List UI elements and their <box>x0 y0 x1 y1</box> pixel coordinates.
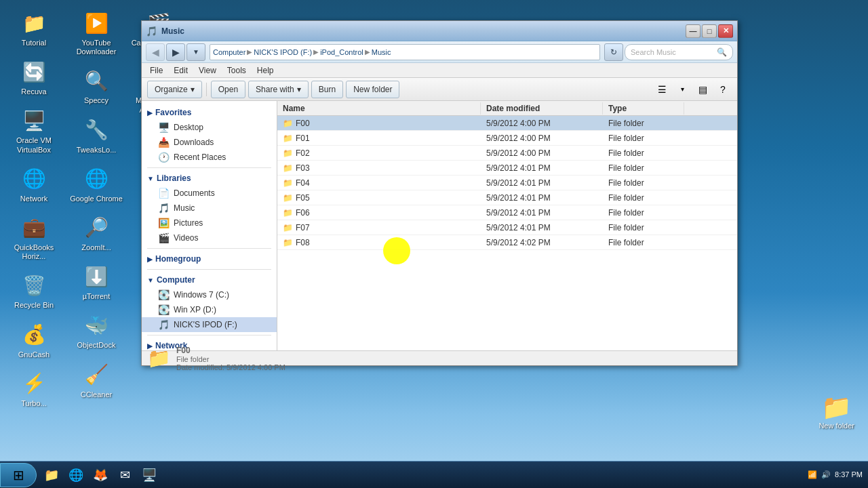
file-folder-icon-1: 📁 <box>283 134 293 143</box>
close-button[interactable]: ✕ <box>718 24 733 38</box>
desktop-icon-objectdock[interactable]: 🐳 ObjectDock <box>66 309 127 352</box>
view-dropdown-button[interactable]: ▾ <box>673 81 691 98</box>
header-name[interactable]: Name <box>277 102 481 115</box>
sidebar-pictures-label: Pictures <box>174 218 203 228</box>
desktop-icon-gnucash[interactable]: 💰 GnuCash <box>3 319 64 362</box>
start-button[interactable]: ⊞ <box>0 463 37 487</box>
menu-edit[interactable]: Edit <box>168 64 193 77</box>
favorites-header[interactable]: ▶ Favorites <box>142 105 277 120</box>
sidebar-item-desktop[interactable]: 🖥️ Desktop <box>142 120 277 135</box>
crumb-ipod[interactable]: NICK'S IPOD (F:) <box>254 48 312 56</box>
sidebar-item-music[interactable]: 🎵 Music <box>142 201 277 216</box>
computer-label: Computer <box>157 275 195 285</box>
sidebar-item-pictures[interactable]: 🖼️ Pictures <box>142 216 277 230</box>
desktop-icon-network[interactable]: 🌐 Network <box>3 163 64 206</box>
file-row-8[interactable]: 📁F08 5/9/2012 4:02 PM File folder <box>277 235 737 250</box>
computer-header[interactable]: ▼ Computer <box>142 272 277 287</box>
taskbar-explorer[interactable]: 📁 <box>39 463 64 487</box>
forward-button[interactable]: ▶ <box>166 43 185 61</box>
new-folder-button[interactable]: New folder <box>346 81 399 98</box>
desktop-icon-chrome[interactable]: 🌐 Google Chrome <box>66 163 127 206</box>
sidebar-item-win7[interactable]: 💽 Windows 7 (C:) <box>142 287 277 302</box>
sidebar-item-ipod[interactable]: 🎵 NICK'S IPOD (F:) <box>142 317 277 332</box>
icon-img-zoomit: 🔎 <box>83 214 110 241</box>
icon-label-quickbooks: QuickBooks Horiz... <box>6 243 62 261</box>
explorer-window: 🎵 Music — □ ✕ ◀ ▶ ▼ Computer ▶ NICK'S IP… <box>141 20 738 366</box>
sidebar-item-recent[interactable]: 🕐 Recent Places <box>142 150 277 165</box>
documents-icon: 📄 <box>158 188 170 199</box>
search-box[interactable]: Search Music 🔍 <box>625 44 733 60</box>
sidebar-recent-label: Recent Places <box>174 152 226 162</box>
icon-label-tweaks: TweaksLo... <box>77 146 117 155</box>
file-name-0: 📁F00 <box>277 117 481 129</box>
organize-button[interactable]: Organize ▾ <box>147 81 202 98</box>
search-icon: 🔍 <box>717 47 727 57</box>
open-button[interactable]: Open <box>211 81 245 98</box>
file-row-5[interactable]: 📁F05 5/9/2012 4:01 PM File folder <box>277 190 737 205</box>
taskbar: ⊞ 📁 🌐 🦊 ✉ 🖥️ 📶 🔊 8:37 PM <box>0 461 868 488</box>
file-row-4[interactable]: 📁F04 5/9/2012 4:01 PM File folder <box>277 176 737 190</box>
sidebar-item-downloads[interactable]: 📥 Downloads <box>142 135 277 150</box>
header-type[interactable]: Type <box>603 102 684 115</box>
refresh-button[interactable]: ↻ <box>604 43 623 61</box>
file-folder-icon-2: 📁 <box>283 148 293 158</box>
file-folder-icon-8: 📁 <box>283 238 293 247</box>
desktop-icon-turbo[interactable]: ⚡ Turbo... <box>3 367 64 411</box>
taskbar-desktop[interactable]: 🖥️ <box>137 463 161 487</box>
crumb-computer[interactable]: Computer <box>213 48 245 56</box>
file-folder-icon-4: 📁 <box>283 178 293 188</box>
window-icon: 🎵 <box>146 26 157 37</box>
desktop-new-folder[interactable]: 📁 New folder <box>818 393 854 430</box>
file-row-0[interactable]: 📁F00 5/9/2012 4:00 PM File folder <box>277 116 737 131</box>
icon-label-objectdock: ObjectDock <box>77 341 116 350</box>
back-button[interactable]: ◀ <box>146 43 165 61</box>
crumb-music[interactable]: Music <box>372 48 391 56</box>
maximize-button[interactable]: □ <box>702 24 717 38</box>
taskbar-firefox[interactable]: 🦊 <box>88 463 113 487</box>
view-details-button[interactable]: ☰ <box>653 81 671 98</box>
desktop-icon-speccy[interactable]: 🔍 Speccy <box>66 64 127 108</box>
file-row-2[interactable]: 📁F02 5/9/2012 4:00 PM File folder <box>277 146 737 161</box>
desktop-icon-small: 🖥️ <box>158 122 170 133</box>
file-row-1[interactable]: 📁F01 5/9/2012 4:00 PM File folder <box>277 131 737 146</box>
desktop-icon-youtube[interactable]: ▶️ YouTube Downloader <box>66 7 127 59</box>
homegroup-header[interactable]: ▶ Homegroup <box>142 251 277 266</box>
file-row-3[interactable]: 📁F03 5/9/2012 4:01 PM File folder <box>277 161 737 176</box>
icon-label-ccleaner: CCleaner <box>81 390 112 399</box>
burn-button[interactable]: Burn <box>311 81 343 98</box>
desktop-icon-quickbooks[interactable]: 💼 QuickBooks Horiz... <box>3 211 64 264</box>
taskbar-mail[interactable]: ✉ <box>113 463 137 487</box>
minimize-button[interactable]: — <box>686 24 701 38</box>
desktop-icon-tutorial[interactable]: 📁 Tutorial <box>3 7 64 50</box>
file-row-6[interactable]: 📁F06 5/9/2012 4:01 PM File folder <box>277 205 737 220</box>
header-date[interactable]: Date modified <box>481 102 603 115</box>
preview-pane-button[interactable]: ▤ <box>694 81 711 98</box>
libraries-header[interactable]: ▼ Libraries <box>142 171 277 186</box>
desktop-icon-oracle[interactable]: 🖥️ Oracle VM VirtualBox <box>3 104 64 157</box>
share-with-button[interactable]: Share with ▾ <box>248 81 309 98</box>
sidebar-item-documents[interactable]: 📄 Documents <box>142 186 277 201</box>
sidebar-item-winxp[interactable]: 💽 Win XP (D:) <box>142 302 277 317</box>
menu-tools[interactable]: Tools <box>222 64 252 77</box>
file-name-3: 📁F03 <box>277 162 481 174</box>
menu-view[interactable]: View <box>193 64 222 77</box>
address-bar[interactable]: Computer ▶ NICK'S IPOD (F:) ▶ iPod_Contr… <box>210 44 600 60</box>
desktop-icon-ccleaner[interactable]: 🧹 CCleaner <box>66 359 127 402</box>
desktop-icon-recycle[interactable]: 🗑️ Recycle Bin <box>3 269 64 312</box>
icon-label-recuva: Recuva <box>21 87 46 96</box>
desktop-icon-utorrent[interactable]: ⬇️ µTorrent <box>66 260 127 304</box>
desktop-icon-zoomit[interactable]: 🔎 ZoomIt... <box>66 211 127 255</box>
dropdown-button[interactable]: ▼ <box>186 43 205 61</box>
homegroup-label: Homegroup <box>155 254 201 264</box>
file-date-4: 5/9/2012 4:01 PM <box>481 177 603 189</box>
taskbar-tray: 📶 🔊 8:37 PM <box>802 470 868 479</box>
desktop-icon-tweaks[interactable]: 🔧 TweaksLo... <box>66 114 127 157</box>
file-row-7[interactable]: 📁F07 5/9/2012 4:01 PM File folder <box>277 220 737 235</box>
menu-help[interactable]: Help <box>252 64 279 77</box>
help-button[interactable]: ? <box>714 81 732 98</box>
sidebar-item-videos[interactable]: 🎬 Videos <box>142 230 277 245</box>
menu-file[interactable]: File <box>144 64 168 77</box>
desktop-icon-recuva[interactable]: 🔄 Recuva <box>3 56 64 99</box>
taskbar-ie[interactable]: 🌐 <box>64 463 88 487</box>
crumb-ipodcontrol[interactable]: iPod_Control <box>320 48 363 56</box>
